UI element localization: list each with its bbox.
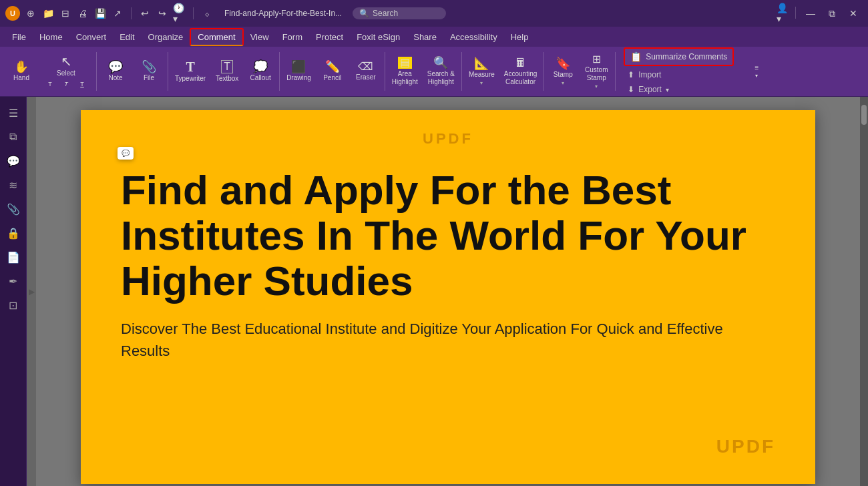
scrollbar[interactable]	[860, 97, 868, 486]
sidebar-page-icon[interactable]: 📄	[3, 246, 24, 268]
menu-home[interactable]: Home	[33, 29, 69, 45]
win-maximize-btn[interactable]: ⧉	[823, 7, 841, 20]
stamp-tool[interactable]: 🔖 Stamp ▾	[547, 49, 579, 93]
doc-area: UPDF 💬 Find and Apply For the Best Insti…	[36, 97, 860, 486]
menu-comment[interactable]: Comment	[190, 28, 243, 46]
menu-edit[interactable]: Edit	[113, 29, 141, 45]
export-icon: ⬇	[628, 85, 634, 94]
textbox-icon: T	[221, 60, 233, 73]
import-icon: ⬆	[628, 70, 634, 79]
typewriter-label: Typewriter	[175, 75, 206, 83]
pdf-updf-bottom-text: UPDF	[716, 436, 775, 457]
sep-tool3	[279, 52, 280, 91]
left-sidebar: ☰ ⧉ 💬 ≋ 📎 🔒 📄 ✒ ⊡	[0, 97, 27, 486]
select-sub1[interactable]: T	[43, 80, 57, 88]
collapse-arrow-icon: ▶	[29, 287, 35, 296]
drawing-label: Drawing	[286, 74, 311, 82]
pdf-page: UPDF 💬 Find and Apply For the Best Insti…	[81, 110, 815, 484]
summarize-comments-btn[interactable]: 📋 Summarize Comments	[624, 47, 734, 66]
sidebar-sign-icon[interactable]: ✒	[3, 270, 24, 292]
sidebar-stamp2-icon[interactable]: ⊡	[3, 294, 24, 316]
sep-tool7	[615, 52, 616, 91]
eraser-icon: ⌫	[358, 61, 373, 72]
open-btn[interactable]: 📁	[41, 7, 55, 20]
print-btn[interactable]: 🖨	[76, 7, 89, 20]
note-tool[interactable]: 💬 Note	[99, 49, 132, 93]
menu-organize[interactable]: Organize	[142, 29, 190, 45]
sidebar-attach-icon[interactable]: 📎	[3, 198, 24, 220]
search-highlight-tool[interactable]: 🔍 Search &Highlight	[423, 49, 459, 93]
window-controls: 👤▾ — ⧉ ✕	[777, 7, 863, 20]
doc-scroll[interactable]: UPDF 💬 Find and Apply For the Best Insti…	[36, 97, 860, 486]
select-sub3[interactable]: T	[75, 80, 89, 88]
menu-view[interactable]: View	[244, 29, 276, 45]
menu-accessibility[interactable]: Accessibility	[443, 29, 504, 45]
menu-share[interactable]: Share	[407, 29, 443, 45]
export-arrow-icon: ▾	[666, 86, 669, 93]
toolbar: ✋ Hand ↖ Select T T T 💬 Note 📎 File T Ty…	[0, 47, 868, 97]
scrollbar-thumb[interactable]	[861, 105, 867, 125]
select-sub2[interactable]: T	[59, 80, 73, 88]
area-highlight-tool[interactable]: ▤ AreaHighlight	[388, 49, 422, 93]
pdf-subtext: Discover The Best Educational Institute …	[121, 318, 775, 362]
sidebar-comment-icon[interactable]: 💬	[3, 150, 24, 172]
titlebar: U ⊕ 📁 ⊟ 🖨 💾 ↗ ↩ ↪ 🕐▾ ⬦ Find-and-Apply-Fo…	[0, 0, 868, 27]
user-btn[interactable]: 👤▾	[777, 7, 790, 20]
custom-stamp-icon: ⊞	[592, 54, 601, 65]
menu-help[interactable]: Help	[504, 29, 535, 45]
history-btn[interactable]: 🕐▾	[173, 7, 186, 20]
extra-tool1[interactable]: ≡▾	[740, 49, 773, 93]
textbox-tool[interactable]: T Textbox	[211, 49, 243, 93]
export-label: Export	[638, 85, 662, 94]
typewriter-icon: T	[186, 60, 194, 73]
search-box[interactable]: 🔍 Search	[353, 7, 446, 19]
menu-convert[interactable]: Convert	[69, 29, 114, 45]
pencil-tool[interactable]: ✏️ Pencil	[316, 49, 349, 93]
import-btn[interactable]: ⬆ Import	[624, 69, 734, 81]
menu-form[interactable]: Form	[276, 29, 309, 45]
hand-tool[interactable]: ✋ Hand	[5, 49, 37, 93]
sep-tool1	[96, 52, 97, 91]
sidebar-hand-icon[interactable]: ☰	[3, 102, 24, 124]
typewriter-tool[interactable]: T Typewriter	[171, 49, 210, 93]
search-placeholder: Search	[373, 9, 398, 18]
eraser-tool[interactable]: ⌫ Eraser	[350, 49, 382, 93]
sidebar-lock-icon[interactable]: 🔒	[3, 222, 24, 244]
menu-protect[interactable]: Protect	[309, 29, 350, 45]
search-highlight-icon: 🔍	[433, 57, 448, 69]
select-tool[interactable]: ↖ Select T T T	[39, 49, 93, 93]
callout-tool[interactable]: 💭 Callout	[244, 49, 276, 93]
win-minimize-btn[interactable]: —	[801, 7, 820, 20]
redo-btn[interactable]: ↪	[156, 7, 169, 20]
accounting-calc-tool[interactable]: 🖩 AccountingCalculator	[500, 49, 541, 93]
menu-file[interactable]: File	[5, 29, 33, 45]
sidebar-collapse-btn[interactable]: ▶	[27, 97, 36, 486]
file-tool[interactable]: 📎 File	[133, 49, 165, 93]
import-label: Import	[638, 70, 661, 79]
stamp-icon: 🔖	[556, 57, 570, 69]
callout-label: Callout	[250, 74, 271, 82]
hand-label: Hand	[13, 74, 29, 82]
pdf-heading: Find and Apply For the Best Institutes I…	[121, 168, 775, 304]
minimize-window-btn[interactable]: ⊟	[59, 7, 72, 20]
bookmark-btn[interactable]: ⬦	[200, 7, 214, 20]
search-icon: 🔍	[359, 9, 369, 18]
drawing-tool[interactable]: ⬛ Drawing	[282, 49, 315, 93]
menu-foxit-esign[interactable]: Foxit eSign	[350, 29, 407, 45]
file-label: File	[144, 74, 154, 82]
share-btn2[interactable]: ↗	[111, 7, 124, 20]
export-btn[interactable]: ⬇ Export ▾	[624, 83, 734, 95]
measure-tool[interactable]: 📐 Measure ▾	[465, 49, 499, 93]
new-btn[interactable]: ⊕	[24, 7, 37, 20]
sidebar-layers-icon[interactable]: ≋	[3, 174, 24, 196]
custom-stamp-tool[interactable]: ⊞ CustomStamp ▾	[580, 49, 612, 93]
sep-tool5	[461, 52, 462, 91]
menubar: File Home Convert Edit Organize Comment …	[0, 27, 868, 47]
undo-btn[interactable]: ↩	[138, 7, 152, 20]
sidebar-pages-icon[interactable]: ⧉	[3, 126, 24, 148]
win-close-btn[interactable]: ✕	[844, 7, 863, 20]
area-highlight-label: AreaHighlight	[392, 70, 418, 86]
area-highlight-icon: ▤	[398, 57, 412, 69]
note-label: Note	[108, 74, 122, 82]
save-btn[interactable]: 💾	[93, 7, 107, 20]
